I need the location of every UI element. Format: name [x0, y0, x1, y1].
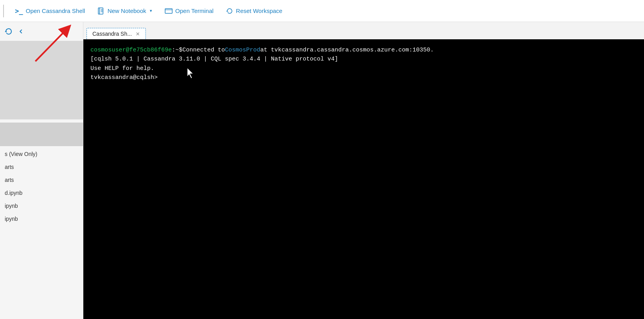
- content-panel: Cassandra Sh... ✕ cosmosuser@fe75cb86f69…: [83, 22, 644, 319]
- terminal-line-4: tvkcassandra@cqlsh>: [90, 73, 637, 82]
- cassandra-shell-tab[interactable]: Cassandra Sh... ✕: [86, 28, 146, 39]
- tab-label: Cassandra Sh...: [92, 31, 132, 37]
- terminal-line-3: Use HELP for help.: [90, 64, 637, 73]
- tab-close-button[interactable]: ✕: [136, 31, 140, 37]
- terminal-line-2: [cqlsh 5.0.1 | Cassandra 3.11.0 | CQL sp…: [90, 55, 637, 64]
- reset-icon: [226, 7, 233, 15]
- toolbar: >_ Open Cassandra Shell New Notebook ▾ O…: [0, 0, 644, 22]
- toolbar-divider: [3, 5, 4, 17]
- sidebar-item-ipynb1[interactable]: d.ipynb: [0, 187, 83, 200]
- new-notebook-caret: ▾: [150, 8, 152, 13]
- sidebar-item-arts2[interactable]: arts: [0, 174, 83, 187]
- sidebar-item-view-only[interactable]: s (View Only): [0, 148, 83, 161]
- sidebar-item-ipynb2[interactable]: ipynb: [0, 200, 83, 213]
- terminal-user: cosmosuser@fe75cb86f69e: [90, 46, 172, 55]
- sidebar-collapsed-section-1: [0, 41, 83, 119]
- tab-bar: Cassandra Sh... ✕: [83, 22, 644, 39]
- new-notebook-button[interactable]: New Notebook ▾: [91, 5, 158, 17]
- sidebar-refresh-button[interactable]: [3, 26, 14, 37]
- main-area: s (View Only) arts arts d.ipynb ipynb ip…: [0, 22, 644, 319]
- terminal-prompt-symbol: :~$: [172, 46, 182, 55]
- open-terminal-button[interactable]: Open Terminal: [158, 5, 220, 17]
- terminal-connected-text: Connected to: [182, 46, 225, 55]
- terminal-help-text: Use HELP for help.: [90, 64, 154, 73]
- sidebar: s (View Only) arts arts d.ipynb ipynb ip…: [0, 22, 83, 319]
- terminal-cqlsh-prompt: tvkcassandra@cqlsh>: [90, 73, 158, 82]
- reset-workspace-button[interactable]: Reset Workspace: [220, 5, 289, 17]
- open-cassandra-shell-label: Open Cassandra Shell: [26, 7, 85, 14]
- new-notebook-label: New Notebook: [107, 7, 146, 14]
- terminal[interactable]: cosmosuser@fe75cb86f69e :~$ Connected to…: [83, 39, 644, 319]
- notebook-icon: [98, 7, 105, 15]
- terminal-cluster-name: CosmosProd: [225, 46, 260, 55]
- sidebar-file-list: s (View Only) arts arts d.ipynb ipynb ip…: [0, 148, 83, 226]
- sidebar-collapse-button[interactable]: [16, 26, 26, 37]
- cassandra-shell-icon: >_: [15, 7, 23, 15]
- svg-rect-5: [165, 9, 172, 13]
- terminal-icon: [165, 7, 173, 15]
- terminal-cqlsh-info: [cqlsh 5.0.1 | Cassandra 3.11.0 | CQL sp…: [90, 55, 338, 64]
- terminal-line-1: cosmosuser@fe75cb86f69e :~$ Connected to…: [90, 46, 637, 55]
- open-cassandra-shell-button[interactable]: >_ Open Cassandra Shell: [9, 5, 91, 17]
- terminal-connection-rest: at tvkcassandra.cassandra.cosmos.azure.c…: [260, 46, 434, 55]
- reset-workspace-label: Reset Workspace: [236, 7, 282, 14]
- sidebar-item-ipynb3[interactable]: ipynb: [0, 213, 83, 226]
- sidebar-top-controls: [0, 22, 83, 39]
- open-terminal-label: Open Terminal: [175, 7, 213, 14]
- sidebar-collapsed-section-2: [0, 123, 83, 146]
- sidebar-item-arts1[interactable]: arts: [0, 161, 83, 174]
- svg-rect-0: [98, 8, 103, 14]
